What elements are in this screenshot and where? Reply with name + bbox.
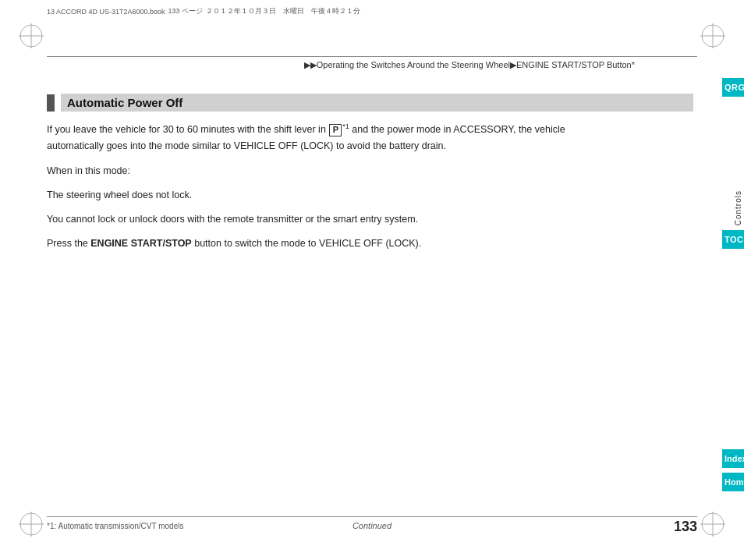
engine-start-stop-bold: ENGINE START/STOP [90,238,191,249]
corner-mark-tl [17,22,45,50]
top-meta: 13 ACCORD 4D US-31T2A6000.book 133 ページ ２… [47,6,697,16]
section-heading: Automatic Power Off [47,94,693,112]
paragraph-1: If you leave the vehicle for 30 to 60 mi… [47,121,608,155]
corner-mark-br [699,510,727,538]
gear-p-symbol: P [329,124,342,136]
tab-index[interactable]: Index [722,449,744,468]
continued-label: Continued [353,521,391,530]
tab-toc[interactable]: TOC [722,230,744,249]
footnote: *1: Automatic transmission/CVT models [47,522,183,530]
section-title: Automatic Power Off [61,94,693,112]
item-1: The steering wheel does not lock. [47,187,608,204]
item-2: You cannot lock or unlock doors with the… [47,211,608,228]
bottom-line [47,516,697,517]
heading-bar-icon [47,94,55,112]
tab-qrg[interactable]: QRG [722,78,744,97]
when-label: When in this mode: [47,163,608,179]
corner-mark-bl [17,510,45,538]
tab-home[interactable]: Home [722,473,744,491]
press-paragraph: Press the ENGINE START/STOP button to sw… [47,236,608,252]
tab-controls-label: Controls [732,187,744,229]
date-info: ２０１２年１０月３日 水曜日 午後４時２１分 [206,6,360,16]
breadcrumb: ▶▶Operating the Switches Around the Stee… [47,60,697,70]
page-raw: 133 ページ [168,6,204,16]
corner-mark-tr [699,22,727,50]
sidebar-tabs: QRG [722,78,744,97]
page-number: 133 [674,519,697,535]
file-info: 13 ACCORD 4D US-31T2A6000.book [47,8,165,16]
main-content: Automatic Power Off If you leave the veh… [47,78,693,513]
page-container: 13 ACCORD 4D US-31T2A6000.book 133 ページ ２… [0,0,744,560]
header-bar: ▶▶Operating the Switches Around the Stee… [47,56,697,70]
